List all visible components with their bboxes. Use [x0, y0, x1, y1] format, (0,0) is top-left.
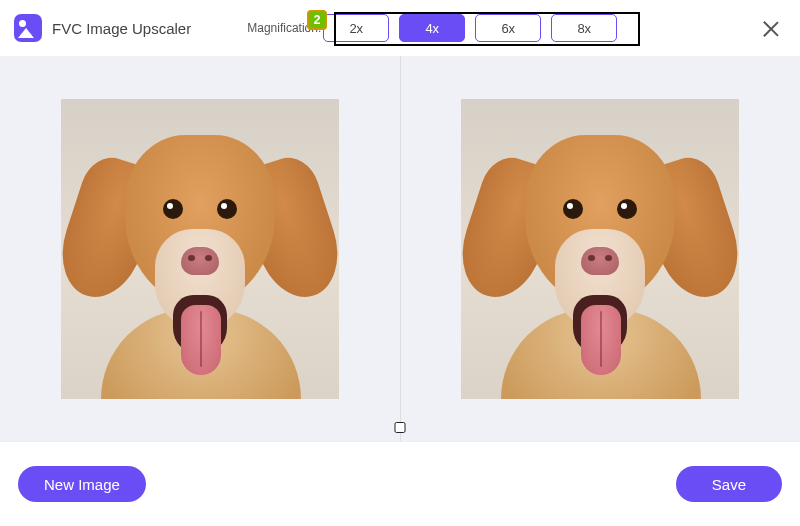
new-image-button[interactable]: New Image — [18, 466, 146, 502]
magnification-6x-button[interactable]: 6x — [475, 14, 541, 42]
magnification-2x-button[interactable]: 2x — [323, 14, 389, 42]
footer: New Image Save — [0, 441, 800, 526]
close-icon[interactable] — [758, 16, 784, 42]
magnification-label: Magnification: — [247, 21, 321, 35]
original-image — [61, 99, 339, 399]
magnification-8x-button[interactable]: 8x — [551, 14, 617, 42]
app-title: FVC Image Upscaler — [52, 20, 191, 37]
magnification-4x-button[interactable]: 4x — [399, 14, 465, 42]
original-pane — [0, 56, 400, 441]
app-logo-icon — [14, 14, 42, 42]
save-button[interactable]: Save — [676, 466, 782, 502]
logo-wrap: FVC Image Upscaler — [14, 14, 191, 42]
pane-divider — [400, 56, 401, 441]
preview-area — [0, 56, 800, 441]
app-header: FVC Image Upscaler Magnification: 2x 4x … — [0, 0, 800, 56]
resize-handle-icon[interactable] — [395, 422, 406, 433]
magnification-group: 2x 4x 6x 8x — [323, 14, 617, 42]
upscaled-image — [461, 99, 739, 399]
upscaled-pane — [400, 56, 800, 441]
